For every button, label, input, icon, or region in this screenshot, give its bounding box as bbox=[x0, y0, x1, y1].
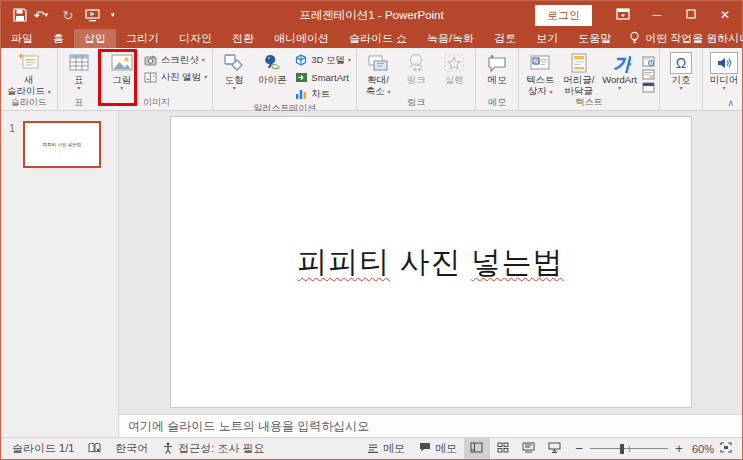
tab-design[interactable]: 디자인 bbox=[169, 29, 222, 48]
slide-number-icon[interactable] bbox=[642, 66, 655, 77]
3d-models-button[interactable]: 3D 모델 ▾ bbox=[291, 52, 354, 68]
smartart-icon bbox=[294, 70, 308, 84]
redo-icon: ↻ bbox=[63, 8, 74, 23]
accessibility-icon bbox=[162, 442, 174, 456]
tab-home[interactable]: 홈 bbox=[43, 29, 74, 48]
photo-album-button[interactable]: 사진 앨범 ▾ bbox=[141, 69, 211, 85]
undo-icon: ↶ bbox=[34, 8, 45, 23]
zoom-link-button[interactable]: 확대/ 축소 ▾ bbox=[359, 49, 397, 96]
chevron-down-icon: ▾ bbox=[111, 11, 121, 19]
wordart-button[interactable]: 가 WordArt ▾ bbox=[598, 49, 641, 96]
group-label-slides: 슬라이드 bbox=[3, 96, 55, 110]
thumbnail-number: 1 bbox=[1, 121, 23, 168]
tab-review[interactable]: 검토 bbox=[484, 29, 526, 48]
screenshot-button[interactable]: 스크린샷 ▾ bbox=[141, 52, 211, 68]
icons-button[interactable]: 아이콘 bbox=[253, 49, 291, 102]
comments-toggle-button[interactable]: 메모 bbox=[412, 438, 464, 459]
tab-insert[interactable]: 삽입 bbox=[74, 29, 116, 48]
header-footer-button[interactable]: 머리글/ 바닥글 bbox=[559, 49, 598, 96]
tell-me-search[interactable]: 어떤 작업을 원하시나요? bbox=[621, 29, 743, 48]
minimize-icon: ─ bbox=[653, 8, 662, 22]
normal-view-button[interactable] bbox=[464, 438, 490, 459]
tab-help[interactable]: 도움말 bbox=[568, 29, 621, 48]
tab-draw[interactable]: 그리기 bbox=[116, 29, 169, 48]
tab-transitions[interactable]: 전환 bbox=[222, 29, 264, 48]
zoom-out-button[interactable]: − bbox=[574, 441, 584, 456]
slide-editing-area[interactable]: 피피티 사진 넣는법 bbox=[119, 111, 742, 414]
save-button[interactable] bbox=[9, 4, 31, 26]
maximize-icon bbox=[686, 8, 696, 22]
minimize-button[interactable]: ─ bbox=[640, 1, 674, 29]
powerpoint-window: ↶▾ ↻ ▾ 프레젠테이션1 - PowerPoint 로그인 ─ ✕ 파일 홈… bbox=[0, 0, 743, 460]
slide-sorter-icon bbox=[497, 442, 509, 455]
notes-toggle-button[interactable]: 메모 bbox=[360, 438, 412, 459]
ribbon-group-comments: 메모 메모 bbox=[476, 48, 519, 110]
link-button[interactable]: 링크 bbox=[397, 49, 435, 96]
fit-slide-to-window-button[interactable] bbox=[716, 442, 738, 455]
spell-check-button[interactable] bbox=[81, 438, 108, 459]
undo-button[interactable]: ↶▾ bbox=[33, 4, 55, 26]
qat-customize-button[interactable]: ▾ bbox=[105, 4, 127, 26]
textbox-button[interactable]: 가 텍스트 상자 ▾ bbox=[521, 49, 559, 96]
symbol-button[interactable]: Ω 기호 ▾ bbox=[662, 49, 700, 96]
ribbon-group-links: 확대/ 축소 ▾ 링크 실행 링크 bbox=[357, 48, 476, 110]
ribbon-display-options-button[interactable] bbox=[606, 1, 640, 29]
chart-button[interactable]: 차트 bbox=[291, 86, 354, 102]
object-icon[interactable] bbox=[642, 79, 655, 90]
tab-view[interactable]: 보기 bbox=[526, 29, 568, 48]
tab-slideshow[interactable]: 슬라이드 쇼 bbox=[339, 29, 417, 48]
smartart-button[interactable]: SmartArt bbox=[291, 69, 354, 85]
save-icon bbox=[13, 8, 27, 22]
reading-view-button[interactable] bbox=[516, 438, 542, 459]
slide-title-text[interactable]: 피피티 사진 넣는법 bbox=[297, 242, 564, 283]
3d-model-icon bbox=[294, 53, 308, 67]
shapes-button[interactable]: 도형 ▾ bbox=[215, 49, 253, 102]
chevron-down-icon: ▾ bbox=[120, 85, 123, 91]
slide-sorter-view-button[interactable] bbox=[490, 438, 516, 459]
tell-me-label: 어떤 작업을 원하시나요? bbox=[645, 31, 743, 46]
slide-thumbnail[interactable]: 피피티 사진 넣는법 bbox=[23, 121, 101, 168]
ribbon-tab-row: 파일 홈 삽입 그리기 디자인 전환 애니메이션 슬라이드 쇼 녹음/녹화 검토… bbox=[1, 29, 742, 48]
ribbon-display-icon bbox=[616, 8, 630, 23]
slide-canvas[interactable]: 피피티 사진 넣는법 bbox=[170, 116, 692, 408]
thumbnail-row[interactable]: 1 피피티 사진 넣는법 bbox=[1, 121, 118, 168]
ribbon-group-symbols: Ω 기호 ▾ bbox=[660, 48, 703, 110]
redo-button[interactable]: ↻ bbox=[57, 4, 79, 26]
undo-dropdown-icon[interactable]: ▾ bbox=[44, 11, 54, 19]
picture-button[interactable]: 그림 ▾ bbox=[103, 49, 141, 96]
notes-pane[interactable]: 여기에 슬라이드 노트의 내용을 입력하십시오 bbox=[119, 414, 742, 437]
collapse-ribbon-icon[interactable]: ∧ bbox=[727, 98, 734, 108]
comment-button[interactable]: 메모 bbox=[478, 49, 516, 96]
lightbulb-icon bbox=[629, 31, 640, 46]
maximize-button[interactable] bbox=[674, 1, 708, 29]
tab-record[interactable]: 녹음/녹화 bbox=[417, 29, 484, 48]
start-from-beginning-button[interactable] bbox=[81, 4, 103, 26]
zoom-slider[interactable] bbox=[590, 443, 668, 455]
bird-icon bbox=[261, 52, 283, 74]
chevron-down-icon: ▾ bbox=[348, 57, 351, 63]
tab-file[interactable]: 파일 bbox=[1, 29, 43, 48]
zoom-slider-thumb[interactable] bbox=[620, 444, 624, 454]
zoom-in-button[interactable]: + bbox=[674, 441, 684, 456]
photo-album-icon bbox=[144, 70, 158, 84]
chevron-down-icon: ▾ bbox=[618, 85, 621, 91]
slide-thumbnail-panel[interactable]: 1 피피티 사진 넣는법 bbox=[1, 111, 119, 437]
action-button[interactable]: 실행 bbox=[435, 49, 473, 96]
comment-bubble-icon bbox=[419, 442, 431, 455]
login-button[interactable]: 로그인 bbox=[535, 5, 592, 26]
slide-indicator[interactable]: 슬라이드 1/1 bbox=[5, 438, 81, 459]
chevron-down-icon: ▾ bbox=[48, 89, 51, 95]
zoom-level[interactable]: 60% bbox=[690, 438, 716, 459]
accessibility-checker[interactable]: 접근성: 조사 필요 bbox=[155, 438, 271, 459]
media-button[interactable]: 미디어 ▾ bbox=[705, 49, 743, 96]
new-slide-button[interactable]: 새 슬라이드 ▾ bbox=[3, 49, 55, 96]
slideshow-view-button[interactable] bbox=[542, 438, 568, 459]
chevron-down-icon: ▾ bbox=[679, 85, 682, 91]
table-button[interactable]: 표 ▾ bbox=[60, 49, 98, 96]
chevron-down-icon: ▾ bbox=[233, 85, 236, 91]
date-time-icon[interactable] bbox=[642, 53, 655, 64]
close-button[interactable]: ✕ bbox=[708, 1, 742, 29]
language-indicator[interactable]: 한국어 bbox=[108, 438, 155, 459]
tab-animations[interactable]: 애니메이션 bbox=[264, 29, 339, 48]
zoom-control: − + bbox=[568, 441, 690, 456]
